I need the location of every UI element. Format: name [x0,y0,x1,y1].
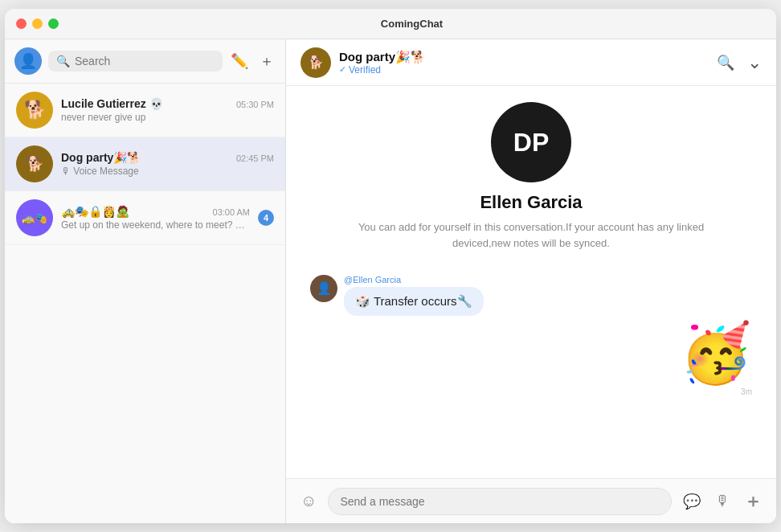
chat-header-name: Dog party🎉🐕 [339,50,709,64]
conversation-list: 🐕 Lucile Gutierrez 💀 05:30 PM never neve… [5,84,285,523]
chat-header-status: ✓ Verified [339,64,709,76]
add-attachment-button[interactable]: ＋ [741,486,765,517]
chat-input-bar: ☺ 💬 🎙 ＋ [286,478,776,523]
compose-button[interactable]: ✏️ [229,51,250,72]
msg-content-right: 🥳 3m [680,324,752,396]
conversation-item[interactable]: 🚕🎭 🚕🎭🔒👸🧟 03:00 AM Get up on the weekend,… [5,191,285,245]
chat-profile-avatar: DP [491,102,571,182]
conv-time: 05:30 PM [236,100,274,109]
avatar: 🐕 [16,145,53,182]
traffic-lights [16,18,59,29]
reply-button[interactable]: 💬 [680,489,704,514]
conversation-item[interactable]: 🐕 Dog party🎉🐕 02:45 PM 🎙 Voice Message [5,137,285,191]
sidebar-actions: ✏️ ＋ [229,50,276,72]
msg-content: @Ellen Garcia 🎲 Transfer occurs🔧 [344,275,484,316]
conv-info: 🚕🎭🔒👸🧟 03:00 AM Get up on the weekend, wh… [61,205,250,231]
conv-time: 02:45 PM [236,153,274,163]
message-input[interactable] [328,488,672,515]
msg-bubble: 🎲 Transfer occurs🔧 [344,287,484,316]
conv-top: 🚕🎭🔒👸🧟 03:00 AM [61,205,250,218]
avatar: 🚕🎭 [16,199,53,236]
sidebar: 👤 🔍 ✏️ ＋ 🐕 Lucile Gutierrez 💀 [5,39,286,523]
verified-check-icon: ✓ [339,64,346,75]
new-chat-button[interactable]: ＋ [258,50,276,72]
message-group: 👤 @Ellen Garcia 🎲 Transfer occurs🔧 [310,275,752,316]
chat-profile-name: Ellen Garcia [480,192,582,213]
verified-label: Verified [349,64,381,76]
user-avatar[interactable]: 👤 [14,47,42,75]
conv-preview: never never give up [61,112,274,123]
msg-sender: @Ellen Garcia [344,275,484,284]
mic-button[interactable]: 🎙 [712,489,733,513]
search-input[interactable] [75,55,215,68]
search-chat-button[interactable]: 🔍 [717,54,734,72]
chat-body: DP Ellen Garcia You can add for yourself… [286,86,776,478]
msg-time: 3m [741,387,752,396]
messages-area: 👤 @Ellen Garcia 🎲 Transfer occurs🔧 🥳 3m [310,275,752,396]
maximize-button[interactable] [48,18,59,29]
emoji-message: 🥳 [680,324,752,382]
more-options-button[interactable]: ⌄ [747,52,762,73]
msg-avatar: 👤 [310,275,337,302]
app-window: ComingChat 👤 🔍 ✏️ ＋ 🐕 [5,9,776,523]
search-bar[interactable]: 🔍 [48,51,223,72]
chat-area: 🐕 Dog party🎉🐕 ✓ Verified 🔍 ⌄ [286,39,776,523]
emoji-button[interactable]: ☺ [297,489,320,514]
conv-name: Lucile Gutierrez 💀 [61,97,163,110]
chat-profile-section: DP Ellen Garcia You can add for yourself… [310,102,752,251]
conv-time: 03:00 AM [213,207,250,217]
conv-top: Dog party🎉🐕 02:45 PM [61,151,274,164]
minimize-button[interactable] [32,18,43,29]
message-group-right: 🥳 3m [310,324,752,396]
main-content: 👤 🔍 ✏️ ＋ 🐕 Lucile Gutierrez 💀 [5,39,776,523]
chat-header-avatar: 🐕 [301,47,331,78]
unread-badge: 4 [258,210,274,226]
user-icon: 👤 [19,52,37,70]
profile-initials: DP [513,128,549,158]
conv-top: Lucile Gutierrez 💀 05:30 PM [61,97,274,110]
chat-header-actions: 🔍 ⌄ [717,52,762,73]
chat-profile-desc: You can add for yourself in this convers… [338,219,724,251]
conv-preview: Get up on the weekend, where to meet? ni… [61,219,250,231]
titlebar: ComingChat [5,9,776,39]
chat-header: 🐕 Dog party🎉🐕 ✓ Verified 🔍 ⌄ [286,39,776,86]
conv-info: Dog party🎉🐕 02:45 PM 🎙 Voice Message [61,151,274,177]
sidebar-header: 👤 🔍 ✏️ ＋ [5,39,285,84]
app-title: ComingChat [59,18,765,30]
chat-header-info: Dog party🎉🐕 ✓ Verified [339,50,709,76]
search-icon: 🔍 [56,55,70,68]
close-button[interactable] [16,18,27,29]
conv-info: Lucile Gutierrez 💀 05:30 PM never never … [61,97,274,123]
conv-name: Dog party🎉🐕 [61,151,141,164]
conv-name: 🚕🎭🔒👸🧟 [61,205,129,218]
avatar: 🐕 [16,92,53,129]
conversation-item[interactable]: 🐕 Lucile Gutierrez 💀 05:30 PM never neve… [5,84,285,137]
conv-preview: 🎙 Voice Message [61,166,274,177]
